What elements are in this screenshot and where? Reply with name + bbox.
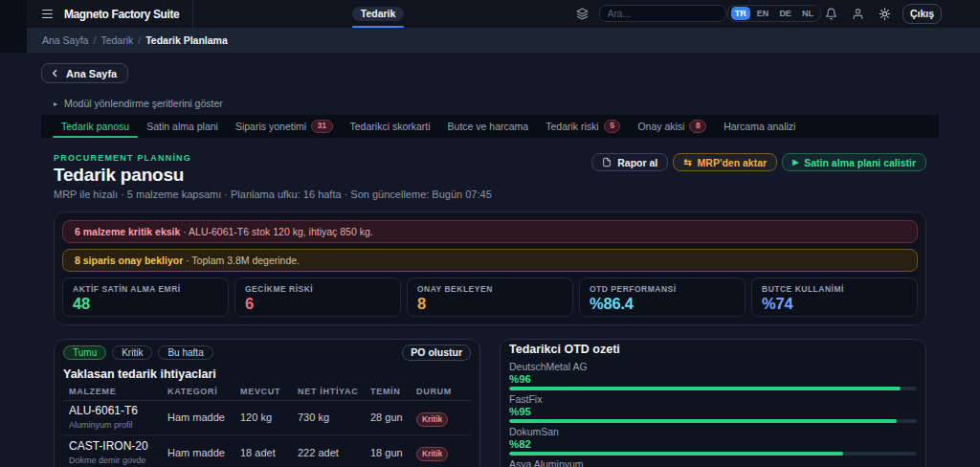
kpi-active-po: AKTİF SATİN ALMA EMRİ 48 — [62, 278, 229, 317]
lang-button-tr[interactable]: TR — [731, 7, 750, 20]
hamburger-menu-icon[interactable] — [42, 10, 53, 19]
warning-alert: 8 siparis onay bekliyor · Toplam 3.8M de… — [62, 249, 918, 272]
breadcrumb-home[interactable]: Ana Sayfa — [42, 34, 88, 46]
run-purchase-plan-button[interactable]: ▶ Satin alma plani calistir — [782, 153, 926, 171]
tab-siparis-yonetimi[interactable]: Siparis yonetimi31 — [227, 115, 342, 138]
status-badge: Kritik — [416, 447, 448, 461]
filters-row: Tumu Kritik Bu hafta PO olustur — [63, 345, 471, 361]
search-box — [599, 5, 726, 22]
otd-item: DokumSan %82 — [509, 427, 917, 456]
otd-bar-fill — [509, 419, 897, 423]
tab-badge: 5 — [604, 120, 621, 133]
critical-alert: 6 malzeme kritik eksik · ALU-6061-T6 sto… — [62, 220, 918, 243]
breadcrumb-tedarik[interactable]: Tedarik — [100, 34, 133, 46]
top-tab-tedarik[interactable]: Tedarik — [352, 2, 405, 27]
disclosure-triangle-icon: ▸ — [54, 100, 57, 108]
otd-item: FastFix %95 — [509, 394, 917, 423]
needs-table-title: Yaklasan tedarik ihtiyaclari — [63, 367, 471, 381]
otd-bar-track — [509, 387, 917, 390]
lang-button-en[interactable]: EN — [753, 7, 773, 20]
kpi-budget-usage: BUTCE KULLANİMİ %74 — [751, 278, 918, 317]
filter-chip-all[interactable]: Tumu — [63, 345, 106, 360]
kpi-otd-performance: OTD PERFORMANSİ %86.4 — [579, 278, 746, 317]
page-subtitle: MRP ile hizalı · 5 malzeme kapsamı · Pla… — [54, 189, 492, 200]
top-module-tabs: Tedarik — [193, 2, 576, 27]
tab-harcama-analizi[interactable]: Harcama analizi — [715, 115, 804, 138]
kpi-delay-risk: GECİKME RİSKİ 6 — [234, 278, 401, 317]
otd-list: DeutschMetal AG %96 FastFix %95 DokumSan… — [509, 362, 917, 467]
otd-bar-fill — [509, 452, 843, 456]
mrp-import-button[interactable]: ⇆ MRP'den aktar — [673, 153, 777, 171]
lang-button-de[interactable]: DE — [775, 7, 795, 20]
otd-title: Tedarikci OTD ozeti — [509, 343, 917, 356]
bell-icon[interactable] — [825, 8, 837, 20]
back-home-button[interactable]: Ana Sayfa — [41, 63, 128, 83]
table-header-row: MALZEME KATEGORİ MEVCUT NET İHTİYAC TEMİ… — [63, 387, 471, 401]
table-row[interactable]: CAST-IRON-20 Dokme demir govde Ham madde… — [63, 435, 471, 467]
kpi-awaiting-approval: ONAY BEKLEYEN 8 — [407, 278, 573, 317]
otd-item: DeutschMetal AG %96 — [509, 362, 917, 390]
lang-button-nl[interactable]: NL — [798, 7, 817, 20]
filter-chip-critical[interactable]: Kritik — [112, 345, 152, 360]
otd-bar-fill — [509, 387, 901, 390]
transfer-icon: ⇆ — [683, 158, 691, 167]
needs-table: MALZEME KATEGORİ MEVCUT NET İHTİYAC TEMİ… — [63, 387, 471, 467]
create-po-button[interactable]: PO olustur — [402, 345, 471, 361]
tab-onay-akisi[interactable]: Onay akisi8 — [629, 115, 715, 138]
module-ribbons-toggle[interactable]: ▸ Modül yönlendirme şeritlerini göster — [54, 98, 940, 109]
otd-bar-track — [509, 452, 917, 456]
chevron-left-icon — [51, 69, 59, 78]
page-header: PROCUREMENT PLANNİNG Tedarik panosu MRP … — [54, 153, 926, 203]
layers-icon[interactable] — [576, 8, 589, 20]
tab-tedarik-riski[interactable]: Tedarik riski5 — [537, 115, 629, 138]
overview-panel: 6 malzeme kritik eksik · ALU-6061-T6 sto… — [54, 211, 926, 325]
tab-butce-ve-harcama[interactable]: Butce ve harcama — [439, 115, 538, 138]
status-badge: Kritik — [416, 412, 448, 427]
report-button[interactable]: Rapor al — [591, 153, 668, 171]
page-title: Tedarik panosu — [54, 165, 492, 186]
needs-panel: Tumu Kritik Bu hafta PO olustur Yaklasan… — [54, 339, 480, 467]
topbar-right: TR EN DE NL Çıkış — [576, 4, 942, 24]
play-icon: ▶ — [792, 159, 798, 167]
header-actions: Rapor al ⇆ MRP'den aktar ▶ Satin alma pl… — [591, 153, 926, 171]
tab-tedarikci-skorkarti[interactable]: Tedarikci skorkarti — [342, 115, 439, 138]
filter-chip-this-week[interactable]: Bu hafta — [158, 345, 212, 360]
section-tabs: Tedarik panosu Satin alma plani Siparis … — [40, 114, 940, 139]
user-icon[interactable] — [852, 8, 864, 20]
main-content: Ana Sayfa ▸ Modül yönlendirme şeritlerin… — [0, 53, 980, 467]
breadcrumb: Ana Sayfa / Tedarik / Tedarik Planlama — [27, 29, 980, 53]
top-bar: Magneto Factory Suite Tedarik TR EN DE N… — [27, 0, 980, 29]
eyebrow-label: PROCUREMENT PLANNİNG — [54, 153, 492, 163]
search-input[interactable] — [608, 9, 718, 19]
otd-panel: Tedarikci OTD ozeti DeutschMetal AG %96 … — [500, 339, 926, 467]
logout-button[interactable]: Çıkış — [902, 4, 942, 24]
app-title: Magneto Factory Suite — [64, 8, 179, 21]
document-icon — [602, 157, 612, 167]
breadcrumb-current: Tedarik Planlama — [145, 34, 228, 46]
tab-satin-alma-plani[interactable]: Satin alma plani — [138, 115, 227, 138]
table-row[interactable]: ALU-6061-T6 Aluminyum profil Ham madde 1… — [63, 401, 471, 436]
otd-item: Asya Aluminyum — [509, 459, 917, 467]
theme-sun-icon[interactable] — [879, 8, 891, 20]
tab-tedarik-panosu[interactable]: Tedarik panosu — [53, 115, 138, 138]
tab-badge: 8 — [689, 120, 706, 133]
kpi-row: AKTİF SATİN ALMA EMRİ 48 GECİKME RİSKİ 6… — [62, 278, 918, 317]
language-switcher: TR EN DE NL — [727, 5, 821, 22]
tab-badge: 31 — [311, 120, 332, 133]
active-tab-underline — [352, 26, 405, 28]
otd-bar-track — [509, 419, 917, 423]
